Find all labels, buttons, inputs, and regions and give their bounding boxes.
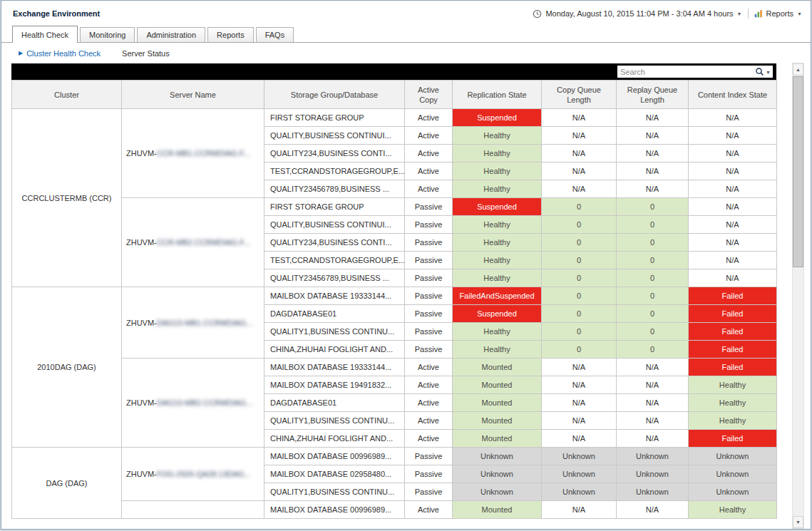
scrollbar-thumb[interactable] xyxy=(793,76,803,267)
time-range-selector[interactable]: Monday, August 10, 2015 11:04 PM - 3:04 … xyxy=(533,9,741,19)
column-header-content-index-state[interactable]: Content Index State xyxy=(689,81,777,109)
replication-state-cell: Mounted xyxy=(453,376,542,394)
replay-queue-cell: 0 xyxy=(617,216,689,234)
vertical-scrollbar[interactable]: ▲ ▼ xyxy=(792,63,804,529)
replication-state-cell: Mounted xyxy=(453,430,542,448)
content-index-cell: Failed xyxy=(689,341,777,359)
active-copy-cell: Active xyxy=(405,145,453,163)
tab-health-check[interactable]: Health Check xyxy=(12,26,78,43)
replication-state-cell: Healthy xyxy=(453,163,542,180)
active-copy-cell: Passive xyxy=(405,269,453,287)
search-input[interactable] xyxy=(617,68,755,76)
server-name-prefix: ZHUVM- xyxy=(126,398,157,407)
scrollbar-down-arrow-icon[interactable]: ▼ xyxy=(793,516,803,528)
server-name-cell: ZHUVM-CCR-MB1.CCRMDIAG.F... xyxy=(122,109,264,198)
content-index-cell: N/A xyxy=(689,163,777,180)
replication-state-cell: Healthy xyxy=(453,252,542,269)
subnav-server-status[interactable]: Server Status xyxy=(122,49,170,58)
server-name-cell: ZHUVM-FOG-2926-QA28.13DAG... xyxy=(122,448,264,501)
content-index-cell: Unknown xyxy=(689,483,777,501)
replay-queue-cell: N/A xyxy=(617,163,689,180)
server-name-prefix: ZHUVM- xyxy=(126,319,157,327)
content-index-cell: N/A xyxy=(689,109,777,127)
column-header-server-name[interactable]: Server Name xyxy=(122,81,264,109)
active-copy-cell: Passive xyxy=(405,465,453,483)
top-header: Exchange Environment Monday, August 10, … xyxy=(1,1,811,26)
column-header-cluster[interactable]: Cluster xyxy=(12,81,122,109)
table-row: DAG (DAG)ZHUVM-FOG-2926-QA28.13DAG...MAI… xyxy=(12,448,777,465)
header-divider xyxy=(748,9,749,19)
active-arrow-icon: ▶ xyxy=(19,50,23,56)
replay-queue-cell: N/A xyxy=(617,180,689,198)
content-index-cell: Failed xyxy=(689,430,777,448)
active-copy-cell: Passive xyxy=(405,483,453,501)
scrollbar-up-arrow-icon[interactable]: ▲ xyxy=(793,63,803,76)
server-name-prefix: ZHUVM- xyxy=(126,149,157,158)
replication-state-cell: Unknown xyxy=(453,448,542,465)
active-copy-cell: Active xyxy=(405,501,453,519)
table-row: CCRCLUSTERMB (CCR)ZHUVM-CCR-MB1.CCRMDIAG… xyxy=(12,109,777,127)
subnav: ▶ Cluster Health Check Server Status xyxy=(1,43,811,63)
report-icon xyxy=(754,9,763,18)
tab-monitoring[interactable]: Monitoring xyxy=(80,27,135,42)
content-index-cell: Healthy xyxy=(689,412,777,430)
replication-state-cell: Healthy xyxy=(453,234,542,252)
table-row: 2010DAG (DAG)ZHUVM-DAG10-MB1.CCRMDIAG...… xyxy=(12,287,777,305)
replay-queue-cell: 0 xyxy=(617,234,689,252)
column-header-copy-queue-length[interactable]: Copy Queue Length xyxy=(542,81,617,109)
replication-state-cell: FailedAndSuspended xyxy=(453,287,542,305)
content-index-cell: N/A xyxy=(689,198,777,216)
column-header-storage-group[interactable]: Storage Group/Database xyxy=(264,81,405,109)
replay-queue-cell: N/A xyxy=(617,412,689,430)
replication-state-cell: Healthy xyxy=(453,127,542,145)
content-index-cell: N/A xyxy=(689,234,777,252)
tab-reports[interactable]: Reports xyxy=(207,27,254,42)
search-options-caret-icon[interactable]: ▼ xyxy=(766,69,771,75)
active-copy-cell: Passive xyxy=(405,323,453,341)
copy-queue-cell: N/A xyxy=(542,412,617,430)
page-title: Exchange Environment xyxy=(13,9,100,18)
replication-state-cell: Healthy xyxy=(453,341,542,359)
replay-queue-cell: N/A xyxy=(617,501,689,519)
replication-state-cell: Healthy xyxy=(453,180,542,198)
column-header-active-copy[interactable]: Active Copy xyxy=(405,81,453,109)
replication-state-cell: Healthy xyxy=(453,145,542,163)
storage-group-cell: MAILBOX DATABASE 19333144... xyxy=(264,359,405,376)
column-header-replay-queue-length[interactable]: Replay Queue Length xyxy=(617,81,689,109)
copy-queue-cell: 0 xyxy=(542,234,617,252)
server-name-redacted: DAG10-MB1.CCRMDIAG... xyxy=(157,319,252,327)
content-index-cell: N/A xyxy=(689,216,777,234)
storage-group-cell: FIRST STORAGE GROUP xyxy=(264,109,405,127)
replay-queue-cell: N/A xyxy=(617,109,689,127)
reports-menu[interactable]: Reports ▼ xyxy=(754,9,802,18)
cluster-name-cell: CCRCLUSTERMB (CCR) xyxy=(12,109,122,287)
subnav-cluster-health-check[interactable]: ▶ Cluster Health Check xyxy=(19,49,101,58)
replication-state-cell: Healthy xyxy=(453,323,542,341)
replay-queue-cell: Unknown xyxy=(617,465,689,483)
search-icon[interactable] xyxy=(755,67,764,76)
table-row: ZHUVM-CCR-MB2.CCRMDIAG.F...FIRST STORAGE… xyxy=(12,198,777,216)
time-range-caret-icon: ▼ xyxy=(737,11,742,16)
replay-queue-cell: N/A xyxy=(617,376,689,394)
content-index-cell: N/A xyxy=(689,252,777,269)
active-copy-cell: Passive xyxy=(405,198,453,216)
table-row: ZHUVM-DAG10-MB2.CCRMDIAG...MAILBOX DATAB… xyxy=(12,359,777,376)
storage-group-cell: DAGDATABASE01 xyxy=(264,394,405,412)
active-copy-cell: Active xyxy=(405,127,453,145)
toolbar: ▼ xyxy=(11,63,776,80)
tab-faqs[interactable]: FAQs xyxy=(256,27,294,42)
content-index-cell: Unknown xyxy=(689,465,777,483)
copy-queue-cell: 0 xyxy=(542,252,617,269)
active-copy-cell: Active xyxy=(405,394,453,412)
tab-administration[interactable]: Administration xyxy=(137,27,205,42)
replay-queue-cell: 0 xyxy=(617,323,689,341)
copy-queue-cell: N/A xyxy=(542,376,617,394)
table-row: MAILBOX DATABASE 00996989...ActiveMounte… xyxy=(12,501,777,519)
storage-group-cell: TEST,CCRANDSTORAGEGROUP,E... xyxy=(264,163,405,180)
copy-queue-cell: N/A xyxy=(542,163,617,180)
storage-group-cell: QUALITY,BUSINESS CONTINUI... xyxy=(264,127,405,145)
active-copy-cell: Passive xyxy=(405,252,453,269)
server-name-redacted: DAG10-MB2.CCRMDIAG... xyxy=(157,398,252,407)
column-header-replication-state[interactable]: Replication State xyxy=(453,81,542,109)
storage-group-cell: TEST,CCRANDSTORAGEGROUP,E... xyxy=(264,252,405,269)
